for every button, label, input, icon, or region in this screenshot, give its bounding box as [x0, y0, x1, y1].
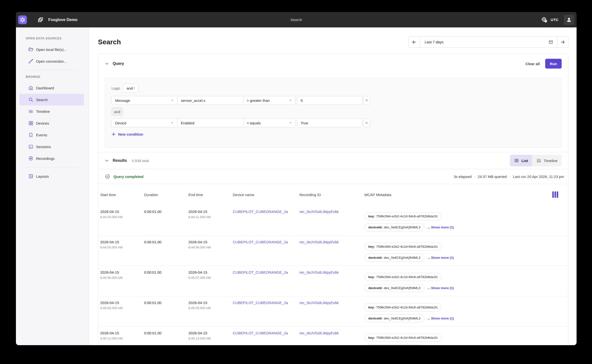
show-more-link[interactable]: ... Show more (1)	[427, 317, 454, 320]
cell-device-name: CUBEPILOT_CUBEORANGE_2a	[233, 239, 299, 245]
sidebar-item-search[interactable]: Search	[19, 94, 84, 106]
results-total-count: 5,938 total	[132, 159, 149, 163]
show-more-link[interactable]: ... Show more (1)	[427, 225, 454, 229]
sidebar-item-layouts[interactable]: Layouts	[19, 170, 84, 182]
sidebar-item-devices[interactable]: Devices	[19, 117, 84, 129]
foxglove-logo-icon[interactable]	[18, 15, 27, 24]
calendar-icon[interactable]	[548, 39, 554, 45]
sidebar-item-label: Open local file(s)...	[36, 47, 67, 52]
column-header-duration[interactable]: Duration	[144, 193, 188, 197]
sidebar-divider	[25, 70, 78, 70]
cell-device-name: CUBEPILOT_CUBEORANGE_2a	[233, 330, 299, 336]
list-view-icon	[514, 158, 519, 163]
sidebar-item-label: Timeline	[36, 109, 50, 114]
column-header-start-time[interactable]: Start time	[100, 193, 144, 197]
recording-id-link[interactable]: rec_0eJVGidLiMpyEvbk	[299, 270, 339, 274]
sidebar-item-label: Dashboard	[36, 86, 54, 90]
condition-type-select[interactable]: Message	[111, 96, 177, 105]
condition-operator-select[interactable]: > greater than	[243, 96, 296, 105]
devices-grid-icon	[28, 120, 34, 126]
recording-id-link[interactable]: rec_0eJVGidLiMpyEvbk	[299, 331, 339, 335]
date-next-button[interactable]	[557, 36, 568, 48]
folder-open-icon	[28, 47, 34, 52]
run-button[interactable]: Run	[545, 59, 562, 69]
sidebar-item-sessions[interactable]: Sessions	[19, 141, 84, 153]
sidebar-item-label: Recordings	[36, 156, 55, 161]
cell-end-time: 2026-04-15 6:45:07.000 AM	[188, 270, 233, 280]
show-more-link[interactable]: ... Show more (1)	[427, 256, 454, 259]
columns-settings-icon[interactable]	[552, 191, 558, 198]
column-header-recording-id[interactable]: Recording ID	[299, 193, 364, 197]
column-header-device-name[interactable]: Device name	[233, 193, 299, 197]
cell-duration: 0:00:01.00	[144, 239, 188, 245]
sidebar-item-label: Layouts	[36, 174, 49, 178]
query-builder: Logic and Message senso	[105, 78, 562, 148]
cell-start-time: 2026-04-15 6:45:08.000 AM	[100, 300, 144, 310]
column-header-mcap-metadata[interactable]: MCAP Metadata	[364, 193, 568, 197]
sidebar-item-label: Search	[36, 98, 48, 102]
caret-down-icon	[289, 121, 292, 124]
timezone-label[interactable]: UTC	[551, 18, 558, 22]
cell-start-time: 2026-04-15 6:45:06.000 AM	[100, 270, 144, 280]
show-more-link[interactable]: ... Show more (1)	[427, 286, 454, 290]
condition-row: Message sensor_accel.x > greater than 5 …	[111, 96, 555, 105]
table-row: 2026-04-15 6:44:55.000 AM 0:00:01.00 202…	[98, 235, 568, 266]
layouts-icon	[28, 174, 34, 179]
search-icon	[28, 97, 34, 102]
recording-id-link[interactable]: rec_0eJVGidLiMpyEvbk	[299, 301, 339, 305]
metadata-deviceid-chip: deviceId: dev_0e8CEg0sKjfh8ML3	[364, 254, 424, 262]
sidebar-item-open-connection[interactable]: Open connection...	[19, 55, 84, 67]
remove-condition-button[interactable]: ✕	[363, 118, 370, 127]
condition-operator-select[interactable]: = equals	[243, 118, 296, 127]
cell-start-time: 2026-04-15 6:44:20.000 AM	[100, 209, 144, 219]
topbar-page-name: Search	[290, 18, 302, 22]
date-range-value: Last 7 days	[425, 40, 444, 44]
condition-field-input[interactable]: sensor_accel.x	[177, 96, 243, 105]
device-name-link[interactable]: CUBEPILOT_CUBEORANGE_2a	[233, 239, 290, 245]
clear-all-button[interactable]: Clear all	[525, 62, 540, 66]
new-condition-button[interactable]: New condition	[111, 132, 143, 136]
sidebar-item-recordings[interactable]: Recordings	[19, 153, 84, 164]
sidebar-item-events[interactable]: Events	[19, 129, 84, 141]
user-avatar-button[interactable]	[564, 15, 574, 25]
device-name-link[interactable]: CUBEPILOT_CUBEORANGE_2a	[233, 209, 290, 214]
query-section-title: Query	[113, 61, 124, 66]
caret-down-icon	[133, 87, 136, 90]
remove-condition-button[interactable]: ✕	[363, 96, 370, 105]
condition-type-select[interactable]: Device	[111, 118, 177, 127]
cell-start-time: 2026-04-15 6:44:55.000 AM	[100, 239, 144, 250]
column-header-end-time[interactable]: End time	[188, 193, 233, 197]
sidebar-item-open-local-files[interactable]: Open local file(s)...	[19, 44, 84, 55]
condition-field-input[interactable]: Enabled	[177, 118, 243, 127]
layers-icon[interactable]	[38, 17, 44, 23]
view-toggle-timeline[interactable]: Timeline	[532, 155, 562, 166]
date-prev-button[interactable]	[408, 36, 420, 48]
sidebar-item-dashboard[interactable]: Dashboard	[19, 82, 84, 94]
device-name-link[interactable]: CUBEPILOT_CUBEORANGE_2a	[233, 270, 290, 275]
table-row: 2026-04-15 6:45:06.000 AM 0:00:01.00 202…	[98, 266, 568, 296]
cell-mcap-metadata: key: 7596c564-e2b2-4c2d-94c6-a9782b6da1f…	[364, 330, 568, 345]
view-toggle: List Timeline	[510, 155, 562, 166]
check-circle-icon	[105, 174, 110, 179]
device-name-link[interactable]: CUBEPILOT_CUBEORANGE_2a	[233, 300, 290, 305]
cell-mcap-metadata: key: 7596c564-e2b2-4c2d-94c6-a9782b6da1f…	[364, 300, 568, 322]
view-toggle-list[interactable]: List	[510, 155, 532, 166]
cell-recording-id: rec_0eJVGidLiMpyEvbk	[299, 239, 364, 245]
cell-duration: 0:00:01.00	[144, 300, 188, 305]
query-status: Query completed	[113, 175, 144, 179]
metadata-deviceid-chip: deviceId: dev_0e8CEg0sKjfh8ML3	[364, 314, 424, 322]
query-collapse-chevron-icon[interactable]	[104, 61, 109, 66]
condition-value-input[interactable]: True	[297, 118, 362, 127]
timeline-icon	[28, 109, 34, 114]
logic-select[interactable]: and	[123, 84, 138, 93]
device-name-link[interactable]: CUBEPILOT_CUBEORANGE_2a	[233, 330, 290, 336]
date-range-input[interactable]: Last 7 days	[419, 36, 557, 48]
condition-value-input[interactable]: 5	[297, 96, 362, 105]
cell-device-name: CUBEPILOT_CUBEORANGE_2a	[233, 300, 299, 305]
metadata-key-chip: key: 7596c564-e2b2-4c2d-94c6-a9782b6da1f…	[364, 243, 442, 251]
recording-id-link[interactable]: rec_0eJVGidLiMpyEvbk	[299, 240, 339, 244]
results-collapse-chevron-icon[interactable]	[104, 158, 109, 163]
recording-id-link[interactable]: rec_0eJVGidLiMpyEvbk	[299, 210, 339, 214]
query-stats: 3s elapsed · 24.57 MB queried · Last run…	[454, 175, 564, 179]
sidebar-item-timeline[interactable]: Timeline	[19, 106, 84, 117]
